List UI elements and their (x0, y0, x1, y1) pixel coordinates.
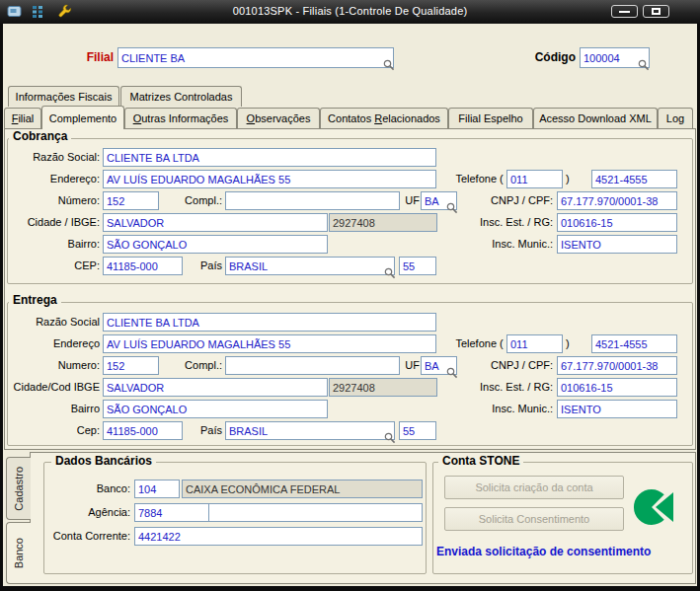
cobranca-pais-label: País (184, 259, 222, 271)
entrega-bairro-label: Bairro (8, 403, 100, 414)
cobranca-ibge-field (329, 213, 437, 232)
filial-label: Filial (30, 50, 114, 64)
tab-log[interactable]: Log (658, 108, 693, 128)
tab-outras-informacoes[interactable]: Outras Informações (124, 108, 237, 128)
entrega-razao-social-label: Razão Social (8, 316, 100, 328)
cobranca-pais-code-input[interactable] (399, 257, 436, 275)
entrega-insc-mun-input[interactable] (557, 400, 677, 418)
entrega-pais-code-input[interactable] (399, 421, 436, 440)
agencia-extra-input[interactable] (208, 503, 423, 522)
entrega-telefone-ddd-input[interactable] (506, 334, 563, 353)
entrega-compl-label: Compl.: (158, 359, 222, 371)
tab-acesso-download-xml[interactable]: Acesso Download XML (533, 108, 658, 128)
cobranca-razao-social-label: Razão Social: (8, 151, 100, 163)
cobranca-razao-social-input[interactable] (103, 148, 436, 167)
telefone-paren-close: ) (566, 337, 570, 349)
cobranca-pais-input[interactable] (225, 257, 395, 275)
filial-input[interactable] (117, 47, 394, 68)
cobranca-bairro-label: Bairro: (8, 238, 100, 250)
sidetab-banco[interactable]: Banco (6, 522, 31, 584)
entrega-title: Entrega (9, 293, 61, 307)
tab-informacoes-fiscais[interactable]: Informações Fiscais (8, 86, 119, 107)
entrega-cidade-input[interactable] (103, 378, 328, 397)
magnifier-icon[interactable] (638, 57, 650, 69)
minimize-icon[interactable] (611, 5, 638, 18)
entrega-cep-label: Cep: (8, 424, 100, 436)
dados-bancarios-title: Dados Bancários (51, 454, 156, 468)
banco-name-field (182, 480, 423, 498)
codigo-label: Código (521, 50, 576, 64)
telefone-paren-open: ( (500, 173, 504, 185)
entrega-telefone-label: Telefone (408, 337, 497, 349)
maximize-icon[interactable] (643, 5, 669, 18)
telefone-paren-close: ) (566, 173, 570, 185)
cobranca-endereco-label: Endereço: (8, 173, 100, 185)
agencia-label: Agência: (45, 506, 130, 518)
cobranca-numero-input[interactable] (103, 191, 159, 210)
entrega-pais-input[interactable] (225, 421, 395, 440)
entrega-cep-input[interactable] (103, 421, 183, 440)
tab-complemento[interactable]: Complemento (41, 106, 124, 129)
entrega-cnpj-input[interactable] (557, 356, 677, 375)
cobranca-telefone-label: Telefone (408, 173, 497, 185)
conta-corrente-input[interactable] (134, 527, 423, 546)
conta-corrente-label: Conta Corrente: (45, 530, 130, 542)
tab-matrizes-controladas[interactable]: Matrizes Controladas (120, 86, 242, 107)
cobranca-cep-label: CEP: (8, 259, 100, 271)
entrega-bairro-input[interactable] (103, 400, 328, 418)
entrega-endereco-label: Endereço (8, 337, 100, 349)
cobranca-telefone-ddd-input[interactable] (506, 170, 563, 188)
window-title: 001013SPK - Filiais (1-Controle De Quali… (0, 5, 700, 17)
cobranca-insc-est-label: Insc. Est. / RG: (428, 216, 553, 228)
magnifier-icon[interactable] (446, 200, 458, 212)
magnifier-icon[interactable] (446, 365, 458, 377)
cobranca-cidade-label: Cidade / IBGE: (8, 216, 100, 228)
entrega-telefone-input[interactable] (591, 334, 677, 353)
magnifier-icon[interactable] (384, 430, 396, 442)
cobranca-cep-input[interactable] (103, 257, 183, 275)
app-window: 001013SPK - Filiais (1-Controle De Quali… (0, 0, 700, 591)
entrega-insc-mun-label: Insc. Munic.: (428, 403, 553, 414)
entrega-ibge-field (329, 378, 437, 397)
entrega-endereco-input[interactable] (103, 334, 436, 353)
consent-status-text: Enviada solicitação de consentimento (436, 545, 651, 558)
solicita-consentimento-button[interactable]: Solicita Consentimento (444, 507, 624, 531)
stone-logo-icon (632, 485, 675, 529)
cobranca-compl-label: Compl.: (158, 194, 222, 206)
cobranca-insc-est-input[interactable] (557, 213, 677, 232)
cobranca-compl-input[interactable] (225, 191, 400, 210)
cobranca-uf-label: UF (402, 194, 420, 206)
cobranca-cnpj-input[interactable] (557, 191, 677, 210)
entrega-cidade-label: Cidade/Cod IBGE (8, 381, 100, 393)
titlebar: 001013SPK - Filiais (1-Controle De Quali… (0, 0, 700, 24)
entrega-uf-label: UF (402, 359, 420, 371)
agencia-input[interactable] (134, 503, 209, 522)
entrega-insc-est-input[interactable] (557, 378, 677, 397)
cobranca-cidade-input[interactable] (103, 213, 328, 232)
tab-contatos-relacionados[interactable]: Contatos Relacionados (320, 108, 448, 128)
telefone-paren-open: ( (500, 337, 504, 349)
cobranca-numero-label: Número: (8, 194, 100, 206)
sidetab-banco-label: Banco (13, 538, 25, 568)
cobranca-insc-mun-input[interactable] (557, 235, 677, 254)
solicita-criacao-button[interactable]: Solicita criação da conta (444, 476, 624, 499)
tab-filial-espelho[interactable]: Filial Espelho (448, 108, 533, 128)
banco-code-input[interactable] (134, 480, 180, 498)
magnifier-icon[interactable] (384, 265, 396, 277)
entrega-compl-input[interactable] (225, 356, 400, 375)
magnifier-icon[interactable] (383, 57, 395, 69)
entrega-razao-social-input[interactable] (103, 313, 436, 332)
cobranca-title: Cobrança (9, 129, 71, 143)
entrega-insc-est-label: Insc. Est. / RG: (428, 381, 553, 393)
cobranca-endereco-input[interactable] (103, 170, 436, 188)
cobranca-telefone-input[interactable] (591, 170, 677, 188)
tab-observacoes[interactable]: Observações (237, 108, 320, 128)
entrega-numero-input[interactable] (103, 356, 159, 375)
banco-label: Banco: (45, 482, 130, 494)
cobranca-bairro-input[interactable] (103, 235, 328, 254)
entrega-pais-label: País (184, 424, 222, 436)
sidetab-cadastro-label: Cadastro (13, 467, 25, 511)
tab-filial[interactable]: Filial (4, 108, 41, 128)
sidetab-cadastro[interactable]: Cadastro (6, 457, 31, 520)
conta-stone-title: Conta STONE (438, 454, 523, 468)
